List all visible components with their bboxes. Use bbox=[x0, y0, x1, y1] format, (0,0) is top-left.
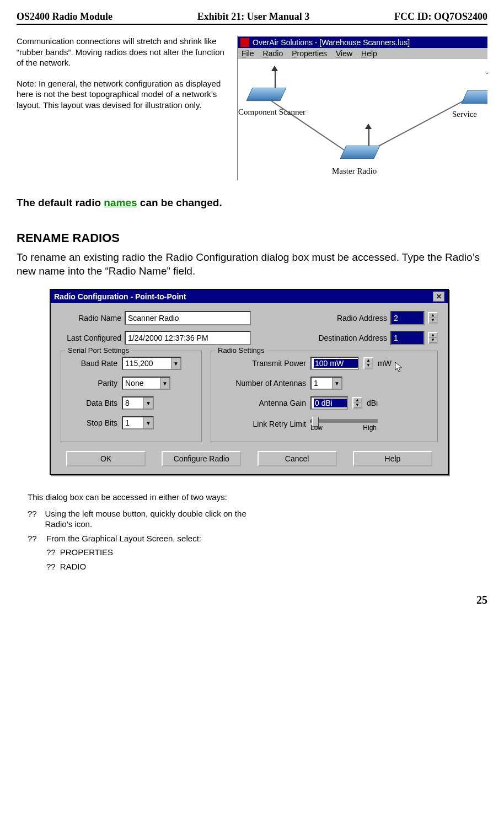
label-destination-address: Destination Address bbox=[318, 334, 387, 342]
serial-settings-group: Serial Port Settings Baud Rate 115,200▼ … bbox=[61, 351, 202, 442]
header-center: Exhibit 21: User Manual 3 bbox=[197, 11, 310, 23]
label-databits: Data Bits bbox=[68, 399, 117, 407]
header-right: FCC ID: OQ7OS2400 bbox=[394, 11, 487, 23]
radio-icon[interactable] bbox=[461, 90, 487, 104]
label-gain: Antenna Gain bbox=[218, 399, 306, 407]
access-intro: This dialog box can be accessed in eithe… bbox=[28, 492, 265, 503]
radio-config-dialog: Radio Configuration - Point-to-Point ✕ R… bbox=[50, 289, 449, 475]
label-tx-power: Transmit Power bbox=[218, 359, 306, 368]
network-canvas: Component Scanner Master Radio Service bbox=[238, 59, 487, 180]
access-b1: Using the left mouse button, quickly dou… bbox=[45, 508, 265, 530]
component-label: Component Scanner bbox=[238, 108, 305, 117]
menu-view[interactable]: View bbox=[336, 49, 352, 58]
rename-body: To rename an existing radio the Radio Co… bbox=[17, 251, 487, 278]
caption-pre: The default radio bbox=[17, 197, 104, 208]
radio-name-field[interactable]: Scanner Radio bbox=[125, 311, 251, 325]
access-instructions: This dialog box can be accessed in eithe… bbox=[28, 492, 265, 572]
label-last-configured: Last Configured bbox=[61, 334, 121, 342]
radio-settings-group: Radio Settings Transmit Power 100 mW ▲▼ … bbox=[211, 351, 438, 442]
app-window-screenshot: OverAir Solutions - [Warehouse Scanners.… bbox=[237, 36, 487, 180]
radio-icon[interactable] bbox=[340, 146, 380, 159]
slider-high: High bbox=[363, 424, 377, 432]
rename-heading: RENAME RADIOS bbox=[17, 231, 487, 245]
intro-text: Communication connections will stretch a… bbox=[17, 36, 226, 180]
unit-dbi: dBi bbox=[367, 399, 378, 407]
spinner-icon[interactable]: ▲▼ bbox=[428, 332, 438, 344]
access-s2: RADIO bbox=[60, 561, 87, 572]
page-number: 25 bbox=[17, 594, 487, 606]
menu-radio[interactable]: Radio bbox=[263, 49, 283, 58]
access-s1: PROPERTIES bbox=[60, 547, 113, 558]
baud-dropdown[interactable]: 115,200▼ bbox=[122, 357, 181, 370]
group-title-serial: Serial Port Settings bbox=[66, 346, 131, 354]
unit-mw: mW bbox=[378, 359, 392, 368]
label-parity: Parity bbox=[68, 379, 117, 388]
last-configured-field: 1/24/2000 12:37:36 PM bbox=[125, 331, 251, 345]
window-title: OverAir Solutions - [Warehouse Scanners.… bbox=[253, 38, 410, 47]
databits-dropdown[interactable]: 8▼ bbox=[122, 396, 154, 410]
configure-button[interactable]: Configure Radio bbox=[162, 451, 241, 466]
sub-marker: ?? bbox=[46, 561, 56, 572]
label-stopbits: Stop Bits bbox=[68, 418, 117, 427]
radio-address-field[interactable]: 2 bbox=[390, 311, 425, 325]
intro-p2: Note: In general, the network configurat… bbox=[17, 78, 226, 111]
label-radio-address: Radio Address bbox=[337, 314, 387, 323]
spinner-icon[interactable]: ▲▼ bbox=[363, 357, 373, 369]
antenna-icon bbox=[368, 129, 369, 146]
help-button[interactable]: Help bbox=[353, 451, 432, 466]
label-baud: Baud Rate bbox=[68, 359, 117, 368]
parity-dropdown[interactable]: None▼ bbox=[122, 377, 170, 390]
label-retry: Link Retry Limit bbox=[218, 420, 306, 428]
titlebar: OverAir Solutions - [Warehouse Scanners.… bbox=[238, 37, 487, 48]
dialog-title: Radio Configuration - Point-to-Point bbox=[54, 292, 186, 301]
gain-field[interactable]: 0 dBi bbox=[310, 396, 348, 410]
label-antennas: Number of Antennas bbox=[218, 379, 306, 388]
menu-properties[interactable]: Properties bbox=[292, 49, 327, 58]
antenna-icon bbox=[275, 71, 276, 88]
ok-button[interactable]: OK bbox=[66, 451, 146, 466]
menu-help[interactable]: Help bbox=[361, 49, 377, 58]
bullet-marker: ?? bbox=[28, 533, 39, 544]
close-icon[interactable]: ✕ bbox=[433, 292, 444, 302]
sub-marker: ?? bbox=[46, 547, 56, 558]
caption-green: names bbox=[104, 197, 137, 208]
antennas-dropdown[interactable]: 1▼ bbox=[310, 377, 342, 390]
page-header: OS2400 Radio Module Exhibit 21: User Man… bbox=[17, 11, 487, 25]
bullet-marker: ?? bbox=[28, 508, 37, 530]
retry-slider[interactable] bbox=[310, 420, 378, 423]
menubar: File Radio Properties View Help bbox=[238, 48, 487, 59]
menu-file[interactable]: File bbox=[242, 49, 254, 58]
chevron-down-icon: ▼ bbox=[143, 417, 153, 428]
radio-icon[interactable] bbox=[246, 88, 286, 101]
service-label: Service bbox=[452, 110, 477, 119]
access-b2: From the Graphical Layout Screen, select… bbox=[46, 533, 201, 544]
stopbits-dropdown[interactable]: 1▼ bbox=[122, 416, 154, 429]
spinner-icon[interactable]: ▲▼ bbox=[428, 312, 438, 324]
tx-power-field[interactable]: 100 mW bbox=[310, 357, 359, 370]
label-radio-name: Radio Name bbox=[61, 314, 121, 323]
app-icon bbox=[240, 38, 249, 47]
chevron-down-icon: ▼ bbox=[143, 397, 153, 409]
intro-p1: Communication connections will stretch a… bbox=[17, 36, 226, 68]
caption-line: The default radio names can be changed. bbox=[17, 197, 487, 209]
spinner-icon[interactable]: ▲▼ bbox=[352, 397, 362, 409]
master-label: Master Radio bbox=[332, 166, 377, 176]
chevron-down-icon: ▼ bbox=[332, 378, 341, 389]
slider-thumb-icon[interactable] bbox=[312, 417, 319, 427]
chevron-down-icon: ▼ bbox=[160, 378, 169, 389]
cancel-button[interactable]: Cancel bbox=[258, 451, 337, 466]
dialog-titlebar: Radio Configuration - Point-to-Point ✕ bbox=[51, 290, 448, 303]
header-left: OS2400 Radio Module bbox=[17, 11, 112, 23]
chevron-down-icon: ▼ bbox=[171, 358, 180, 369]
caption-post: can be changed. bbox=[137, 197, 222, 208]
cursor-icon bbox=[394, 361, 404, 373]
destination-address-field[interactable]: 1 bbox=[390, 331, 425, 345]
group-title-radio: Radio Settings bbox=[216, 346, 267, 354]
